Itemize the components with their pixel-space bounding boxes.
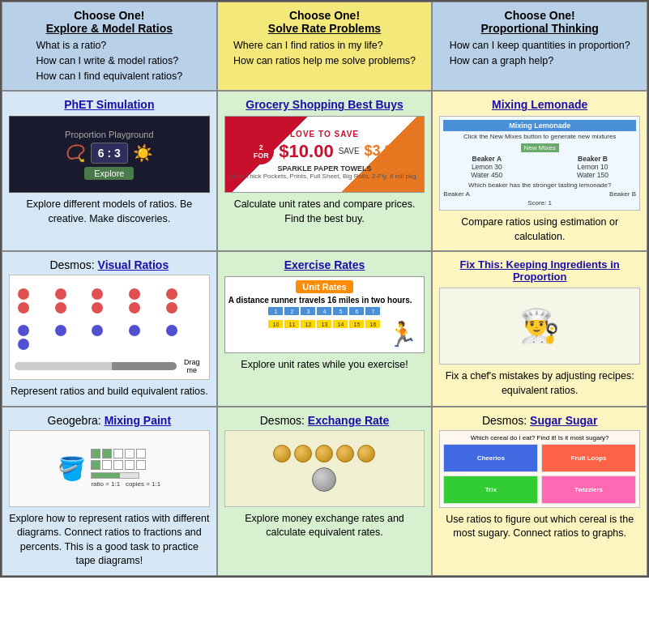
drag-bar[interactable]	[15, 362, 177, 370]
paint-grid	[91, 449, 160, 470]
header-title-1: Choose One! Explore & Model Ratios	[46, 9, 173, 35]
runner-icon: 🏃	[387, 320, 417, 348]
prog-y-7: 16	[365, 320, 380, 328]
row1-cell-2-desc: Calculate unit rates and compare prices.…	[224, 198, 425, 226]
dot-red-9	[129, 302, 140, 313]
row2-cell-2: Exercise Rates Unit Rates A distance run…	[217, 251, 433, 407]
sugar-sugar-link[interactable]: Sugar Sugar	[530, 414, 597, 427]
sugar-sugar-preview: Which cereal do I eat? Find it! Is it mo…	[439, 430, 640, 508]
love-to-save: LOVE TO SAVE	[290, 130, 359, 139]
exchange-rate-link[interactable]: Exchange Rate	[308, 414, 389, 427]
row1-cell-3-desc: Compare ratios using estimation or calcu…	[439, 215, 640, 244]
desmos-sugar-title: Desmos: Sugar Sugar	[482, 414, 597, 427]
prog-y-1: 10	[268, 320, 283, 328]
lemonade-link[interactable]: Mixing Lemonade	[492, 98, 587, 111]
header-questions-1: What is a ratio? How can I write & model…	[36, 38, 182, 83]
chef-image: 👨‍🍳	[439, 288, 640, 365]
geogebra-title: Geogebra: Mixing Paint	[48, 414, 172, 427]
paint-cell-5	[136, 449, 146, 458]
dot-blue-5	[166, 325, 177, 336]
row3-cell-2-desc: Explore money exchange rates and calcula…	[224, 512, 425, 540]
paint-cell-10	[136, 460, 146, 470]
prog-4: 4	[317, 307, 331, 315]
dot-blue-1	[18, 325, 29, 336]
paint-cell-9	[125, 460, 134, 470]
paint-row-1	[91, 449, 160, 458]
exercise-rates-preview: Unit Rates A distance runner travels 16 …	[224, 276, 425, 353]
dot-blue-4	[129, 325, 140, 336]
paint-cell-7	[102, 460, 112, 470]
row3-cell-3-desc: Use ratios to figure out which cereal is…	[439, 513, 640, 541]
visual-ratios-link[interactable]: Visual Ratios	[98, 258, 169, 271]
large-coin	[312, 467, 336, 492]
dot-red-5	[166, 288, 177, 300]
paint-bucket-icon: 🪣	[58, 455, 86, 482]
cereal-box-3: Trix	[443, 476, 538, 504]
beaker-answer-row: Beaker A Beaker B	[443, 190, 636, 198]
visual-ratios-preview: Drag me	[9, 275, 210, 380]
price-display: 2FOR $10.00 SAVE $3.99	[248, 139, 400, 164]
grocery-image: LOVE TO SAVE 2FOR $10.00 SAVE $3.99 SPAR…	[224, 116, 425, 193]
dot-red-6	[18, 302, 29, 313]
fix-this-link[interactable]: Fix This: Keeping Ingredients in Proport…	[439, 258, 640, 283]
paint-cell-6	[91, 460, 100, 470]
lemonade-score: Score: 1	[443, 199, 636, 207]
row1-cell-1-desc: Explore different models of ratios. Be c…	[9, 198, 210, 226]
header-cell-1: Choose One! Explore & Model Ratios What …	[2, 2, 217, 91]
header-title-2: Choose One! Solve Rate Problems	[268, 9, 381, 35]
beaker-row: Beaker A Lemon 30 Water 450 Beaker B Lem…	[443, 155, 636, 179]
header-title-3: Choose One! Proportional Thinking	[480, 9, 598, 35]
coin-5	[357, 445, 375, 463]
prog-y-5: 14	[333, 320, 348, 328]
progress-bars-row: 1 2 3 4 5 6 7	[268, 307, 380, 315]
progress-bars-row-2: 10 11 12 13 14 15 16	[268, 320, 380, 328]
paint-row-2	[91, 460, 160, 470]
new-mix-button[interactable]: New Mixes	[521, 143, 559, 152]
phet-sim-preview: Proportion Playground 📿 6 : 3 ☀️ Explore	[9, 116, 210, 193]
row3-cell-1-desc: Explore how to represent ratios with dif…	[9, 512, 210, 569]
exercise-rates-link[interactable]: Exercise Rates	[284, 258, 365, 271]
sale-price: $3.99	[365, 143, 401, 160]
row1-cell-3: Mixing Lemonade Mixing Lemonade Click th…	[432, 91, 647, 251]
dot-red-1	[18, 288, 29, 300]
lemonade-sim-preview: Mixing Lemonade Click the New Mixes butt…	[439, 116, 640, 211]
row1-cell-2: Grocery Shopping Best Buys LOVE TO SAVE …	[217, 91, 433, 251]
header-questions-3: How can I keep quantities in proportion?…	[450, 38, 630, 69]
lemonade-instruction: Click the New Mixes button to generate n…	[443, 133, 636, 140]
coin-2	[294, 445, 312, 463]
dot-red-2	[55, 288, 66, 300]
header-cell-2: Choose One! Solve Rate Problems Where ca…	[217, 2, 433, 91]
paint-cell-1	[91, 449, 100, 458]
sun-icon: ☀️	[133, 143, 153, 163]
row2-cell-2-desc: Explore unit rates while you exercise!	[241, 358, 408, 373]
product-detail: With Thick Pockets, Prints, Full Sheet, …	[231, 173, 417, 180]
drag-bar-row: Drag me	[15, 358, 204, 374]
phet-link[interactable]: PhET Simulation	[64, 98, 154, 111]
beaker-b-col: Beaker B Lemon 10 Water 150	[549, 155, 636, 179]
header-cell-3: Choose One! Proportional Thinking How ca…	[432, 2, 647, 91]
dot-red-4	[129, 288, 140, 300]
quantity-badge: 2FOR	[248, 139, 274, 164]
grocery-link[interactable]: Grocery Shopping Best Buys	[246, 98, 403, 111]
row3-cell-3: Desmos: Sugar Sugar Which cereal do I ea…	[432, 407, 647, 576]
mixing-paint-link[interactable]: Mixing Paint	[105, 414, 171, 427]
row3-cell-2: Desmos: Exchange Rate Explore money exch…	[217, 407, 433, 576]
mixing-paint-preview: 🪣	[9, 430, 210, 507]
prog-7: 7	[365, 307, 380, 315]
paint-cell-8	[113, 460, 123, 470]
lemonade-sim-title: Mixing Lemonade	[443, 120, 636, 131]
ratio-display: 📿 6 : 3 ☀️	[66, 143, 153, 164]
unit-rates-banner: Unit Rates	[296, 280, 352, 293]
paint-progress-bar[interactable]	[91, 472, 139, 479]
dot-red-10	[166, 302, 177, 313]
beaker-a-label: Beaker A	[443, 155, 530, 163]
paint-label: ratio = 1:1 copies = 1:1	[91, 480, 160, 488]
prog-3: 3	[301, 307, 315, 315]
red-dots-grid	[15, 285, 204, 317]
row1-cell-1: PhET Simulation Proportion Playground 📿 …	[2, 91, 217, 251]
cereal-box-1: Cheerios	[443, 444, 538, 472]
coin-1	[273, 445, 291, 463]
cereal-box-4: Twizzlers	[541, 476, 636, 504]
explore-button[interactable]: Explore	[84, 167, 134, 180]
necklace-icon: 📿	[66, 143, 86, 163]
